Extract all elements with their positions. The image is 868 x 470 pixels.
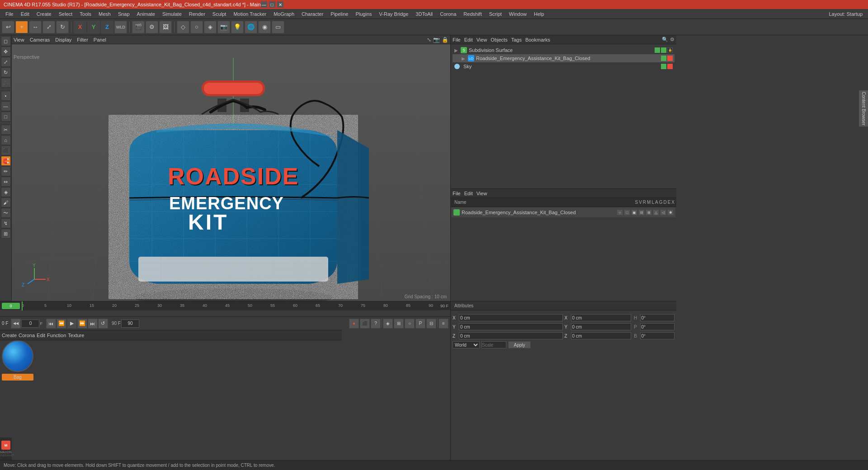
layer-btn[interactable]: ○ [405,319,415,329]
om-menu-file[interactable]: File [453,37,461,42]
minimize-button[interactable]: — [261,1,267,8]
vp-icon-expand[interactable]: ⤡ [427,37,431,43]
scale-input[interactable] [481,341,506,348]
tool-bevel[interactable]: ◈ [1,187,11,197]
tool-paint[interactable]: 🖌 [1,197,11,207]
x-pos-input[interactable] [459,314,563,321]
me-edit[interactable]: Edit [37,333,45,338]
toolbar-render-settings[interactable]: ⚙ [146,21,158,33]
menu-edit[interactable]: Edit [17,10,33,18]
menu-file[interactable]: File [2,10,17,18]
content-browser-tab[interactable]: Content Browser [859,90,868,127]
menu-render[interactable]: Render [185,10,209,18]
render-play-btn[interactable]: P [415,319,425,329]
toolbar-world[interactable]: WLD [114,21,127,33]
record-btn[interactable]: ● [349,319,359,329]
toolbar-x-axis[interactable]: X [74,21,86,33]
tool-mirror[interactable]: ⇔ [1,177,11,187]
viewport-main[interactable]: View Cameras Display Filter Panel ⤡ 📷 🔒 [12,35,450,301]
bag-cb-1[interactable] [661,56,666,61]
tool-matrix[interactable]: ⊞ [1,229,11,239]
toolbar-deformer[interactable]: ◈ [204,21,217,33]
tool-rotate[interactable]: ↻ [1,67,11,77]
play-next[interactable]: ⏩ [77,319,87,329]
frame-step-back[interactable]: ◀◀ [11,319,21,329]
tool-live-select[interactable]: ◻ [1,36,11,46]
h-input[interactable] [640,314,675,321]
om-menu-view[interactable]: View [476,37,487,42]
z-rot-input[interactable] [571,332,631,339]
me-texture[interactable]: Texture [68,333,84,338]
play-prev[interactable]: ⏪ [57,319,66,329]
tool-camera-move[interactable]: 🎥 [1,78,11,88]
z-pos-input[interactable] [459,332,563,339]
obj-cb-2[interactable] [661,47,666,53]
toolbar-nurbs[interactable]: ○ [190,21,203,33]
menu-select[interactable]: Select [55,10,76,18]
tool-smooth[interactable]: 〜 [1,208,11,218]
vp-menu-cameras[interactable]: Cameras [30,37,50,42]
x-rot-input[interactable] [571,314,631,321]
play-start[interactable]: ⏮ [46,319,56,329]
auto-key-btn[interactable]: ⬛ [360,319,370,329]
om-menu-tags[interactable]: Tags [511,37,522,42]
p-input[interactable] [640,323,675,330]
world-dropdown[interactable]: World [453,341,480,348]
y-pos-input[interactable] [459,323,563,330]
toolbar-undo[interactable]: ↩ [2,21,14,33]
obj-lock[interactable]: 🔒 [667,47,673,53]
menu-vraybridge[interactable]: V-Ray Bridge [376,10,412,18]
om-menu-objects[interactable]: Objects [491,37,507,42]
me-function[interactable]: Function [47,333,66,338]
menu-tools[interactable]: Tools [76,10,95,18]
menu-simulate[interactable]: Simulate [159,10,185,18]
tool-extrude[interactable]: ⬛ [1,146,11,155]
menu-plugins[interactable]: Plugins [352,10,375,18]
options-btn[interactable]: ⊟ [426,319,436,329]
me-corona[interactable]: Corona [19,333,35,338]
menu-character[interactable]: Character [298,10,327,18]
menu-redshift[interactable]: Redshift [460,10,485,18]
toolbar-live-select[interactable]: + [15,21,28,33]
question-btn[interactable]: ? [371,319,381,329]
b-input[interactable] [640,332,675,339]
close-button[interactable]: ✕ [277,1,283,8]
tool-pen[interactable]: ✏ [1,166,11,176]
om-search-icon[interactable]: 🔍 [662,37,668,42]
toolbar-polygon[interactable]: ◇ [177,21,189,33]
tool-move[interactable]: ✥ [1,47,11,56]
toolbar-light[interactable]: 💡 [231,21,244,33]
obj-cb-1[interactable] [655,47,660,53]
object-item-sky[interactable]: Sky [453,62,675,70]
bag-cb-2[interactable] [667,56,673,61]
menu-animate[interactable]: Animate [133,10,159,18]
play-end[interactable]: ⏭ [88,319,98,329]
mm-menu-view[interactable]: View [476,191,487,196]
menu-window[interactable]: Window [505,10,530,18]
menu-sculpt[interactable]: Sculpt [209,10,230,18]
mm-menu-edit[interactable]: Edit [464,191,473,196]
object-item-bag[interactable]: ▶ LO Roadside_Emergency_Assistance_Kit_B… [453,54,675,62]
keyframe-btn[interactable]: ◈ [383,319,393,329]
toolbar-material[interactable]: ◉ [258,21,271,33]
toolbar-render-to-po[interactable]: 🖼 [159,21,172,33]
tool-twist[interactable]: ↯ [1,218,11,228]
tool-knife[interactable]: ✂ [1,125,11,135]
end-frame-input[interactable] [121,320,139,328]
menu-help[interactable]: Help [530,10,548,18]
tool-magnet[interactable]: 🧲 [1,156,11,166]
menu-pipeline[interactable]: Pipeline [327,10,352,18]
material-row-bag[interactable]: Roadside_Emergency_Assistance_Kit_Bag_Cl… [452,207,675,217]
toolbar-floor[interactable]: ▭ [272,21,284,33]
motion-btn[interactable]: ⊞ [394,319,404,329]
menu-motiontracker[interactable]: Motion Tracker [230,10,270,18]
menu-3dtoall[interactable]: 3DToAll [412,10,436,18]
om-menu-bookmarks[interactable]: Bookmarks [525,37,550,42]
sky-cb-1[interactable] [661,64,666,69]
vp-icon-lock[interactable]: 🔒 [442,37,448,43]
om-settings-icon[interactable]: ⚙ [670,37,675,42]
menu-mesh[interactable]: Mesh [95,10,114,18]
toolbar-render[interactable]: 🎬 [132,21,145,33]
timeline-ruler[interactable]: 0 5 10 15 20 25 30 35 40 45 50 55 60 65 … [22,301,439,310]
tool-bridge[interactable]: ⌂ [1,135,11,145]
